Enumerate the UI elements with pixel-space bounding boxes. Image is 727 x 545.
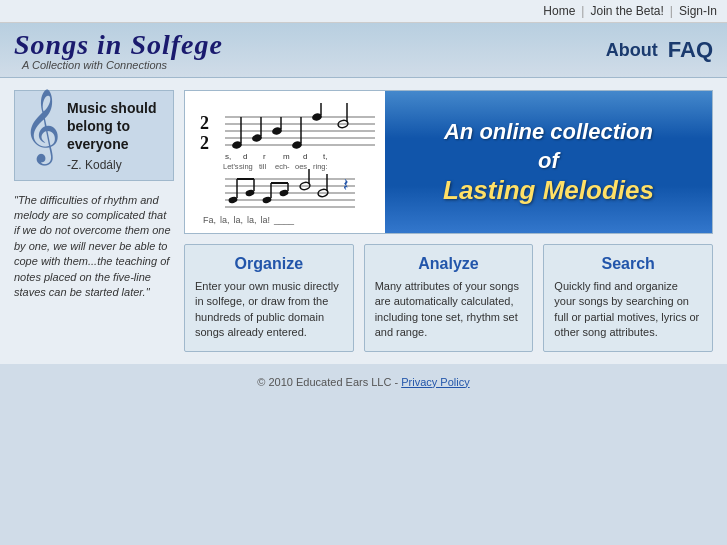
svg-text:m: m [263,207,269,209]
lyric-la1: la, [220,215,230,225]
home-link[interactable]: Home [543,4,575,18]
organize-desc: Enter your own music directly in solfege… [195,279,343,341]
music-quote: Music should belong to everyone [67,99,165,154]
feature-organize: Organize Enter your own music directly i… [184,244,354,352]
treble-clef-icon: 𝄞 [23,93,61,157]
quote-box: 𝄞 Music should belong to everyone -Z. Ko… [14,90,174,181]
notation-svg: 2 2 [195,99,380,209]
svg-text:sing: sing [239,162,253,171]
difficulties-quote: "The difficulties of rhythm and melody a… [14,189,174,305]
separator1: | [581,4,584,18]
logo-area: Songs in Solfege A Collection with Conne… [14,29,223,71]
lyric-la3: la, [247,215,257,225]
left-sidebar: 𝄞 Music should belong to everyone -Z. Ko… [14,90,174,352]
svg-text:d: d [303,152,307,161]
tagline-line1: An online collection [444,119,653,144]
svg-text:d: d [243,152,247,161]
header-navigation: About FAQ [606,37,713,63]
search-desc: Quickly find and organize your songs by … [554,279,702,341]
analyze-title: Analyze [375,255,523,273]
lyric-fa: Fa, [203,215,216,225]
faq-link[interactable]: FAQ [668,37,713,63]
svg-text:till: till [259,162,266,171]
lyric-la2: la, [234,215,244,225]
sign-in-link[interactable]: Sign-In [679,4,717,18]
svg-text:oes: oes [295,162,307,171]
hero-lasting: Lasting Melodies [443,175,654,206]
svg-text:Let's: Let's [223,162,239,171]
hero-tagline: An online collection of [444,118,653,175]
separator2: | [670,4,673,18]
privacy-policy-link[interactable]: Privacy Policy [401,376,469,388]
feature-analyze: Analyze Many attributes of your songs ar… [364,244,534,352]
feature-search: Search Quickly find and organize your so… [543,244,713,352]
quote-author: -Z. Kodály [67,158,165,172]
about-link[interactable]: About [606,40,658,61]
svg-text:2: 2 [200,113,209,133]
lyric-dash: ____ [274,215,294,225]
svg-text:ech-: ech- [275,162,290,171]
svg-text:s,: s, [225,152,231,161]
logo-subtitle: A Collection with Connections [14,59,223,71]
site-header: Songs in Solfege A Collection with Conne… [0,23,727,78]
lyric-la4: la! [261,215,271,225]
svg-text:s: s [301,207,305,209]
join-beta-link[interactable]: Join the Beta! [590,4,663,18]
site-footer: © 2010 Educated Ears LLC - Privacy Polic… [0,364,727,400]
svg-text:𝄽: 𝄽 [343,179,348,190]
svg-text:ring:: ring: [313,162,328,171]
analyze-desc: Many attributes of your songs are automa… [375,279,523,341]
svg-text:s: s [321,207,325,209]
search-title: Search [554,255,702,273]
svg-text:m: m [283,152,290,161]
svg-text:r: r [263,152,266,161]
main-content: 𝄞 Music should belong to everyone -Z. Ko… [0,78,727,364]
hero-banner: An online collection of Lasting Melodies [385,91,712,233]
solfege-display: 2 2 [185,91,385,233]
footer-copyright: © 2010 Educated Ears LLC - [257,376,401,388]
quote-content: Music should belong to everyone -Z. Kodá… [67,99,165,172]
svg-text:2: 2 [200,133,209,153]
center-content: 2 2 [184,90,713,352]
organize-title: Organize [195,255,343,273]
svg-text:d: d [229,207,233,209]
feature-boxes: Organize Enter your own music directly i… [184,244,713,352]
tagline-line2: of [538,148,559,173]
hero-section: 2 2 [184,90,713,234]
site-logo[interactable]: Songs in Solfege [14,29,223,61]
svg-text:t,: t, [323,152,327,161]
top-navigation: Home | Join the Beta! | Sign-In [0,0,727,23]
